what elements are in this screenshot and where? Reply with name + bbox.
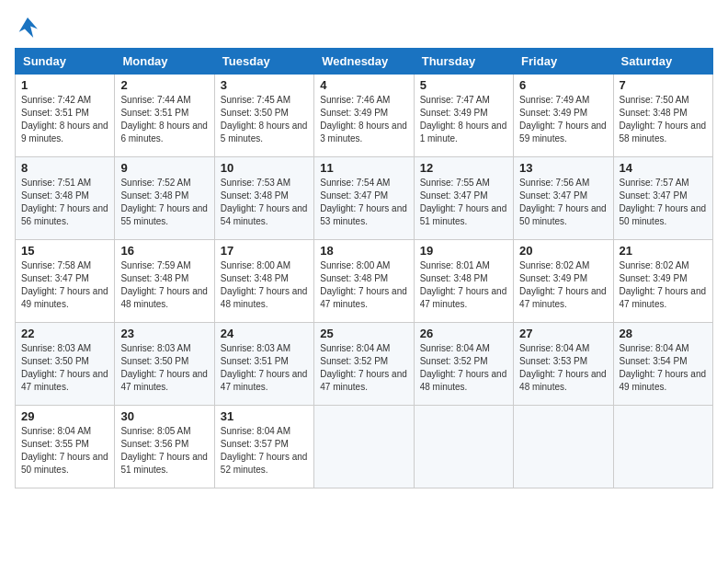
- day-number: 15: [21, 244, 108, 258]
- day-number: 8: [21, 161, 108, 175]
- calendar-cell: [414, 406, 513, 488]
- calendar-cell: 1 Sunrise: 7:42 AMSunset: 3:51 PMDayligh…: [16, 75, 115, 157]
- weekday-header-friday: Friday: [514, 49, 613, 75]
- day-info: Sunrise: 7:57 AMSunset: 3:47 PMDaylight:…: [620, 177, 707, 228]
- day-number: 19: [420, 244, 507, 258]
- day-number: 27: [519, 327, 607, 340]
- day-number: 10: [221, 161, 308, 175]
- calendar-cell: 9 Sunrise: 7:52 AMSunset: 3:48 PMDayligh…: [115, 157, 214, 240]
- calendar-cell: 26 Sunrise: 8:04 AMSunset: 3:52 PMDaylig…: [414, 323, 513, 406]
- calendar-cell: 7 Sunrise: 7:50 AMSunset: 3:48 PMDayligh…: [613, 75, 712, 157]
- calendar-cell: 8 Sunrise: 7:51 AMSunset: 3:48 PMDayligh…: [16, 157, 115, 240]
- day-info: Sunrise: 8:03 AMSunset: 3:50 PMDaylight:…: [21, 342, 108, 394]
- calendar-cell: [514, 406, 613, 488]
- calendar-cell: 22 Sunrise: 8:03 AMSunset: 3:50 PMDaylig…: [16, 323, 115, 406]
- day-number: 30: [120, 409, 208, 423]
- day-info: Sunrise: 8:04 AMSunset: 3:52 PMDaylight:…: [320, 342, 407, 394]
- calendar-cell: 31 Sunrise: 8:04 AMSunset: 3:57 PMDaylig…: [214, 406, 313, 488]
- day-info: Sunrise: 8:04 AMSunset: 3:52 PMDaylight:…: [420, 342, 507, 394]
- calendar-cell: 15 Sunrise: 7:58 AMSunset: 3:47 PMDaylig…: [16, 240, 115, 323]
- day-info: Sunrise: 8:04 AMSunset: 3:53 PMDaylight:…: [519, 342, 607, 394]
- calendar-cell: 3 Sunrise: 7:45 AMSunset: 3:50 PMDayligh…: [214, 75, 313, 157]
- calendar-cell: 11 Sunrise: 7:54 AMSunset: 3:47 PMDaylig…: [314, 157, 414, 240]
- day-number: 4: [320, 78, 407, 92]
- day-info: Sunrise: 7:51 AMSunset: 3:48 PMDaylight:…: [21, 177, 108, 228]
- day-number: 21: [620, 244, 707, 258]
- calendar-cell: 27 Sunrise: 8:04 AMSunset: 3:53 PMDaylig…: [514, 323, 613, 406]
- day-number: 7: [620, 78, 707, 92]
- calendar-cell: 10 Sunrise: 7:53 AMSunset: 3:48 PMDaylig…: [214, 157, 313, 240]
- day-info: Sunrise: 8:02 AMSunset: 3:49 PMDaylight:…: [620, 259, 707, 311]
- weekday-header-monday: Monday: [115, 49, 214, 75]
- calendar-cell: 20 Sunrise: 8:02 AMSunset: 3:49 PMDaylig…: [514, 240, 613, 323]
- weekday-header-saturday: Saturday: [613, 49, 712, 75]
- day-number: 11: [320, 161, 407, 175]
- weekday-header-tuesday: Tuesday: [214, 49, 313, 75]
- day-number: 17: [221, 244, 308, 258]
- calendar-cell: 19 Sunrise: 8:01 AMSunset: 3:48 PMDaylig…: [414, 240, 513, 323]
- day-info: Sunrise: 7:49 AMSunset: 3:49 PMDaylight:…: [519, 94, 607, 145]
- day-number: 29: [21, 409, 108, 423]
- day-number: 31: [221, 409, 308, 423]
- day-number: 26: [420, 327, 507, 340]
- calendar-week-row: 22 Sunrise: 8:03 AMSunset: 3:50 PMDaylig…: [16, 323, 713, 406]
- day-info: Sunrise: 7:47 AMSunset: 3:49 PMDaylight:…: [420, 94, 507, 145]
- day-info: Sunrise: 8:04 AMSunset: 3:54 PMDaylight:…: [620, 342, 707, 394]
- calendar-week-row: 15 Sunrise: 7:58 AMSunset: 3:47 PMDaylig…: [16, 240, 713, 323]
- calendar-cell: 30 Sunrise: 8:05 AMSunset: 3:56 PMDaylig…: [115, 406, 214, 488]
- day-info: Sunrise: 8:01 AMSunset: 3:48 PMDaylight:…: [420, 259, 507, 311]
- calendar-week-row: 8 Sunrise: 7:51 AMSunset: 3:48 PMDayligh…: [16, 157, 713, 240]
- day-info: Sunrise: 8:00 AMSunset: 3:48 PMDaylight:…: [320, 259, 407, 311]
- day-info: Sunrise: 7:56 AMSunset: 3:47 PMDaylight:…: [519, 177, 607, 228]
- day-info: Sunrise: 8:02 AMSunset: 3:49 PMDaylight:…: [519, 259, 607, 311]
- calendar-cell: 17 Sunrise: 8:00 AMSunset: 3:48 PMDaylig…: [214, 240, 313, 323]
- day-info: Sunrise: 7:46 AMSunset: 3:49 PMDaylight:…: [320, 94, 407, 145]
- calendar-cell: 13 Sunrise: 7:56 AMSunset: 3:47 PMDaylig…: [514, 157, 613, 240]
- calendar-cell: [314, 406, 414, 488]
- day-info: Sunrise: 7:53 AMSunset: 3:48 PMDaylight:…: [221, 177, 308, 228]
- day-number: 22: [21, 327, 108, 340]
- day-info: Sunrise: 7:54 AMSunset: 3:47 PMDaylight:…: [320, 177, 407, 228]
- page-header: [15, 15, 713, 40]
- calendar-cell: 16 Sunrise: 7:59 AMSunset: 3:48 PMDaylig…: [115, 240, 214, 323]
- calendar-cell: 12 Sunrise: 7:55 AMSunset: 3:47 PMDaylig…: [414, 157, 513, 240]
- calendar-cell: 25 Sunrise: 8:04 AMSunset: 3:52 PMDaylig…: [314, 323, 414, 406]
- day-number: 20: [519, 244, 607, 258]
- day-info: Sunrise: 7:50 AMSunset: 3:48 PMDaylight:…: [620, 94, 707, 145]
- day-number: 24: [221, 327, 308, 340]
- logo-icon: [15, 15, 40, 40]
- day-number: 6: [519, 78, 607, 92]
- day-info: Sunrise: 7:58 AMSunset: 3:47 PMDaylight:…: [21, 259, 108, 311]
- day-info: Sunrise: 8:05 AMSunset: 3:56 PMDaylight:…: [120, 425, 208, 477]
- calendar-week-row: 1 Sunrise: 7:42 AMSunset: 3:51 PMDayligh…: [16, 75, 713, 157]
- calendar-cell: 2 Sunrise: 7:44 AMSunset: 3:51 PMDayligh…: [115, 75, 214, 157]
- day-number: 5: [420, 78, 507, 92]
- day-info: Sunrise: 7:44 AMSunset: 3:51 PMDaylight:…: [120, 94, 208, 145]
- day-number: 14: [620, 161, 707, 175]
- weekday-header-row: SundayMondayTuesdayWednesdayThursdayFrid…: [16, 49, 713, 75]
- calendar-cell: 18 Sunrise: 8:00 AMSunset: 3:48 PMDaylig…: [314, 240, 414, 323]
- weekday-header-sunday: Sunday: [16, 49, 115, 75]
- logo: [15, 15, 44, 40]
- calendar-cell: 29 Sunrise: 8:04 AMSunset: 3:55 PMDaylig…: [16, 406, 115, 488]
- day-number: 23: [120, 327, 208, 340]
- day-number: 16: [120, 244, 208, 258]
- day-number: 12: [420, 161, 507, 175]
- day-info: Sunrise: 8:04 AMSunset: 3:57 PMDaylight:…: [221, 425, 308, 477]
- calendar-week-row: 29 Sunrise: 8:04 AMSunset: 3:55 PMDaylig…: [16, 406, 713, 488]
- calendar-cell: 24 Sunrise: 8:03 AMSunset: 3:51 PMDaylig…: [214, 323, 313, 406]
- weekday-header-wednesday: Wednesday: [314, 49, 414, 75]
- day-info: Sunrise: 7:42 AMSunset: 3:51 PMDaylight:…: [21, 94, 108, 145]
- day-info: Sunrise: 7:59 AMSunset: 3:48 PMDaylight:…: [120, 259, 208, 311]
- day-number: 1: [21, 78, 108, 92]
- calendar-cell: 14 Sunrise: 7:57 AMSunset: 3:47 PMDaylig…: [613, 157, 712, 240]
- day-info: Sunrise: 8:03 AMSunset: 3:51 PMDaylight:…: [221, 342, 308, 394]
- day-info: Sunrise: 7:55 AMSunset: 3:47 PMDaylight:…: [420, 177, 507, 228]
- day-info: Sunrise: 8:04 AMSunset: 3:55 PMDaylight:…: [21, 425, 108, 477]
- day-info: Sunrise: 7:52 AMSunset: 3:48 PMDaylight:…: [120, 177, 208, 228]
- day-number: 25: [320, 327, 407, 340]
- day-number: 9: [120, 161, 208, 175]
- day-number: 18: [320, 244, 407, 258]
- day-number: 3: [221, 78, 308, 92]
- calendar-table: SundayMondayTuesdayWednesdayThursdayFrid…: [15, 48, 713, 488]
